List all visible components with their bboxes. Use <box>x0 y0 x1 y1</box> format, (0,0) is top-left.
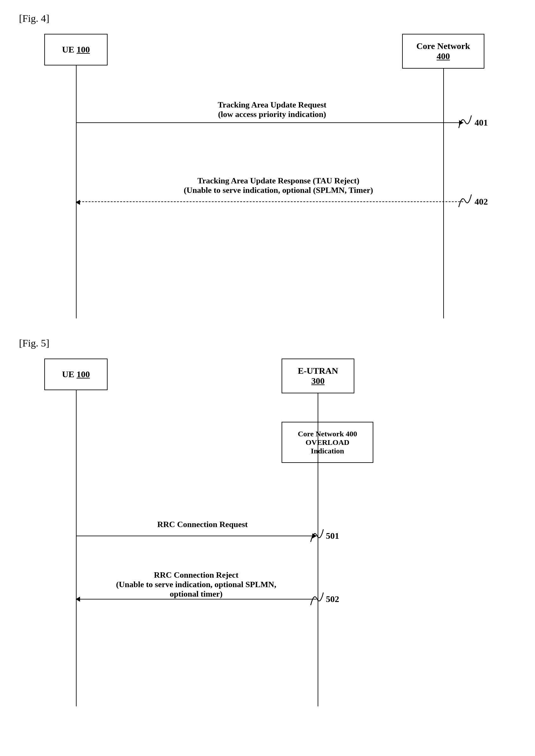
fig4-cn-number: 400 <box>436 51 450 61</box>
fig5-eutran-title: E-UTRAN <box>298 366 338 376</box>
fig4-ue-lifeline <box>76 66 76 318</box>
fig5-msg1-line1: RRC Connection Request <box>108 520 297 529</box>
fig5-label: [Fig. 5] <box>19 338 516 349</box>
fig5-msg2-line2: (Unable to serve indication, optional SP… <box>82 580 310 589</box>
fig4-wave2 <box>456 191 475 210</box>
fig4-arrow1-number: 401 <box>475 118 488 128</box>
fig5-diagram: UE 100 E-UTRAN 300 Core Network 400 OVER… <box>19 359 516 706</box>
fig4-cn-title: Core Network <box>416 41 470 51</box>
fig4-cn-lifeline <box>443 68 444 318</box>
fig4-msg2-line2: (Unable to serve indication, optional (S… <box>120 186 436 195</box>
fig4-arrow2 <box>76 202 463 202</box>
fig5-eutran-lifeline <box>318 393 318 706</box>
fig5-ue-lifeline <box>76 390 76 706</box>
fig4-msg2-line1: Tracking Area Update Response (TAU Rejec… <box>120 176 436 186</box>
fig5-eutran-box: E-UTRAN 300 <box>282 359 354 393</box>
page: [Fig. 4] UE 100 Core Network 400 Trackin… <box>0 0 535 756</box>
fig5-arrow1-number: 501 <box>326 531 339 541</box>
fig5-wave1 <box>307 526 326 545</box>
fig5-arrow2-number: 502 <box>326 594 339 604</box>
fig5-arrow2 <box>76 599 316 600</box>
fig4-msg1-label: Tracking Area Update Request (low access… <box>130 100 414 119</box>
fig5-msg2-label: RRC Connection Reject (Unable to serve i… <box>82 570 310 599</box>
fig5-ue-box: UE 100 <box>44 359 108 390</box>
fig5-cn-title: Core Network 400 <box>298 430 357 438</box>
fig4-arrow1 <box>76 122 463 123</box>
fig5-ue-title: UE 100 <box>62 369 90 379</box>
fig5-arrow1 <box>76 536 316 536</box>
fig4-ue-title: UE 100 <box>62 44 90 55</box>
fig5-msg1-label: RRC Connection Request <box>108 520 297 529</box>
fig4-diagram: UE 100 Core Network 400 Tracking Area Up… <box>19 34 516 318</box>
fig5-cn-box: Core Network 400 OVERLOAD Indication <box>282 422 373 463</box>
fig5-ue-number: 100 <box>76 369 90 379</box>
fig5-eutran-number: 300 <box>311 376 324 386</box>
fig4-msg1-line1: Tracking Area Update Request <box>130 100 414 110</box>
fig5-cn-indication: Indication <box>311 447 344 455</box>
fig5-msg2-line1: RRC Connection Reject <box>82 570 310 580</box>
fig5-wave2 <box>307 589 326 608</box>
fig4-wave1 <box>456 112 475 131</box>
fig4-msg1-line2: (low access priority indication) <box>130 110 414 119</box>
fig4-label: [Fig. 4] <box>19 13 516 24</box>
fig4-ue-box: UE 100 <box>44 34 108 66</box>
fig4-arrow2-number: 402 <box>475 197 488 207</box>
fig4-ue-number: 100 <box>76 44 90 54</box>
fig5-cn-overload: OVERLOAD <box>306 438 350 447</box>
fig5-msg2-line3: optional timer) <box>82 589 310 599</box>
fig4-msg2-label: Tracking Area Update Response (TAU Rejec… <box>120 176 436 195</box>
fig4-cn-box: Core Network 400 <box>402 34 484 68</box>
